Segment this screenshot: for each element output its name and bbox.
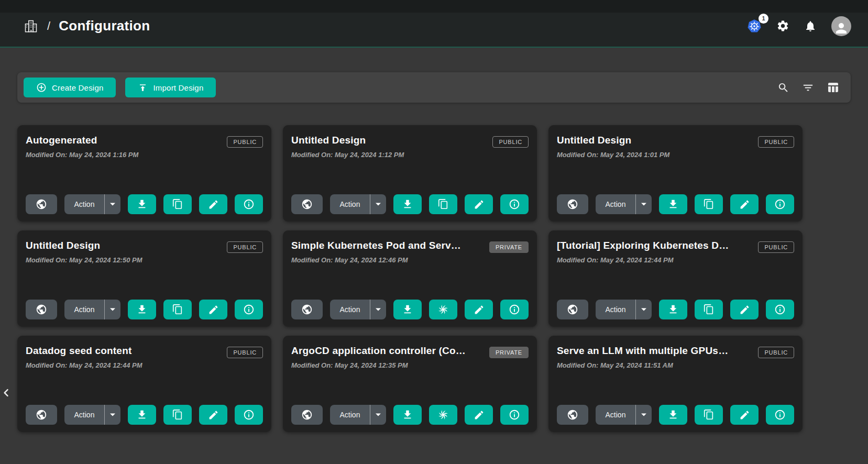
info-button[interactable]	[500, 194, 529, 214]
edit-button[interactable]	[465, 405, 493, 425]
visibility-globe-button[interactable]	[557, 405, 588, 425]
app-header: / Configuration 1	[0, 0, 868, 48]
edit-button[interactable]	[199, 405, 227, 425]
create-design-button[interactable]: Create Design	[24, 78, 116, 97]
action-split-button[interactable]: Action	[64, 405, 120, 425]
globe-icon	[567, 409, 578, 421]
settings-button[interactable]	[775, 18, 790, 34]
info-button[interactable]	[500, 300, 529, 319]
design-swirl-button[interactable]	[429, 300, 457, 319]
action-split-button[interactable]: Action	[330, 300, 386, 319]
action-split-button[interactable]: Action	[330, 405, 386, 425]
visibility-badge: PUBLIC	[758, 136, 794, 148]
action-split-button[interactable]: Action	[596, 300, 652, 319]
download-icon	[667, 304, 679, 315]
info-button[interactable]	[766, 194, 794, 214]
download-button[interactable]	[128, 194, 156, 214]
clone-button[interactable]	[429, 194, 457, 214]
design-title: Untitled Design	[557, 135, 750, 146]
edit-button[interactable]	[730, 300, 759, 319]
clone-button[interactable]	[163, 300, 192, 319]
visibility-globe-button[interactable]	[557, 194, 588, 214]
visibility-badge: PUBLIC	[227, 136, 263, 148]
building-icon[interactable]	[23, 18, 39, 34]
visibility-globe-button[interactable]	[291, 405, 323, 425]
download-button[interactable]	[659, 300, 687, 319]
edit-button[interactable]	[199, 194, 227, 214]
clone-button[interactable]	[695, 405, 723, 425]
search-button[interactable]	[774, 79, 793, 97]
action-dropdown-toggle[interactable]	[370, 307, 386, 312]
info-button[interactable]	[235, 194, 263, 214]
info-icon	[243, 198, 255, 210]
info-button[interactable]	[235, 405, 263, 425]
kubernetes-context-button[interactable]: 1	[746, 18, 763, 35]
action-split-button[interactable]: Action	[596, 405, 652, 425]
download-button[interactable]	[659, 194, 687, 214]
card-actions: Action	[26, 300, 263, 319]
clone-button[interactable]	[695, 194, 723, 214]
action-dropdown-toggle[interactable]	[636, 202, 652, 206]
action-split-button[interactable]: Action	[64, 300, 120, 319]
action-dropdown-toggle[interactable]	[105, 202, 120, 206]
download-button[interactable]	[393, 194, 422, 214]
action-dropdown-toggle[interactable]	[636, 307, 652, 312]
edit-button[interactable]	[199, 300, 227, 319]
edit-button[interactable]	[730, 405, 759, 425]
action-dropdown-toggle[interactable]	[370, 202, 386, 206]
clone-button[interactable]	[163, 194, 192, 214]
info-button[interactable]	[766, 405, 794, 425]
action-split-button[interactable]: Action	[596, 194, 652, 214]
modified-on: Modified On: May 24, 2024 1:16 PM	[26, 151, 263, 159]
download-button[interactable]	[393, 300, 422, 319]
edit-button[interactable]	[465, 300, 493, 319]
edit-pencil-icon	[208, 410, 219, 421]
action-dropdown-toggle[interactable]	[105, 413, 120, 417]
info-button[interactable]	[500, 405, 529, 425]
visibility-globe-button[interactable]	[291, 194, 323, 214]
visibility-globe-button[interactable]	[26, 300, 57, 319]
visibility-globe-button[interactable]	[26, 405, 57, 425]
modified-on: Modified On: May 24, 2024 12:50 PM	[26, 256, 263, 264]
download-button[interactable]	[393, 405, 422, 425]
drawer-collapse-button[interactable]	[0, 384, 14, 402]
action-dropdown-toggle[interactable]	[370, 413, 386, 417]
clone-button[interactable]	[163, 405, 192, 425]
notifications-button[interactable]	[803, 19, 818, 34]
download-button[interactable]	[128, 300, 156, 319]
clone-icon	[703, 304, 715, 315]
download-button[interactable]	[128, 405, 156, 425]
filter-button[interactable]	[799, 79, 817, 97]
chevron-down-icon	[109, 307, 116, 312]
modified-on: Modified On: May 24, 2024 12:44 PM	[26, 361, 263, 369]
chevron-down-icon	[375, 202, 381, 206]
design-title: [Tutorial] Exploring Kubernetes D…	[557, 240, 750, 251]
action-dropdown-toggle[interactable]	[636, 413, 652, 417]
table-view-button[interactable]	[823, 78, 842, 97]
import-design-button[interactable]: Import Design	[125, 78, 216, 97]
action-split-button[interactable]: Action	[64, 194, 120, 214]
user-avatar[interactable]	[830, 15, 852, 37]
download-button[interactable]	[659, 405, 687, 425]
visibility-globe-button[interactable]	[26, 194, 57, 214]
breadcrumb-separator: /	[47, 19, 50, 33]
info-button[interactable]	[766, 300, 794, 319]
design-swirl-button[interactable]	[429, 405, 457, 425]
edit-button[interactable]	[465, 194, 493, 214]
modified-on: Modified On: May 24, 2024 1:01 PM	[557, 151, 794, 159]
design-title: Datadog seed content	[26, 345, 218, 357]
edit-pencil-icon	[208, 199, 219, 210]
card-actions: Action	[291, 405, 529, 425]
breadcrumb: / Configuration	[23, 18, 150, 34]
globe-icon	[36, 409, 47, 421]
action-split-button[interactable]: Action	[330, 194, 386, 214]
card-actions: Action	[557, 194, 794, 214]
kubernetes-context-count-badge: 1	[759, 14, 768, 24]
visibility-globe-button[interactable]	[291, 300, 323, 319]
clone-button[interactable]	[695, 300, 723, 319]
visibility-globe-button[interactable]	[557, 300, 588, 319]
action-dropdown-toggle[interactable]	[105, 307, 120, 312]
clone-icon	[703, 198, 715, 210]
edit-button[interactable]	[730, 194, 759, 214]
info-button[interactable]	[235, 300, 263, 319]
